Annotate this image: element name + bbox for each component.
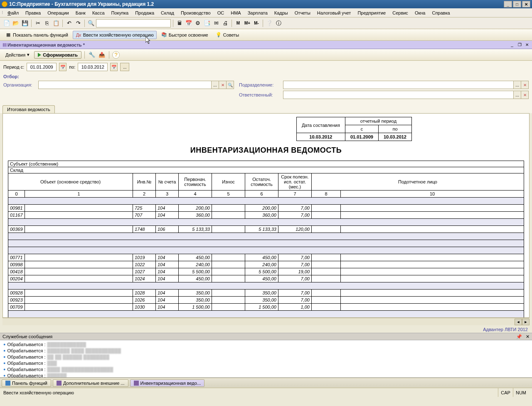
paste-icon[interactable]: 📋 — [52, 19, 60, 27]
scroll-right-button[interactable]: ► — [522, 319, 530, 325]
cut-icon[interactable]: ✂ — [34, 19, 42, 27]
col-person: Подотчетное лицо — [312, 173, 524, 191]
action-bar: Действия▾ Сформировать 🔧 📤 ? — [0, 49, 532, 61]
menu-operations[interactable]: Операции — [44, 9, 72, 17]
org-clear-button[interactable]: ✕ — [219, 81, 226, 89]
doc-close-button[interactable]: ✕ — [524, 42, 530, 48]
settings-icon[interactable]: 🔧 — [88, 51, 96, 59]
menu-staff[interactable]: Кадры — [271, 9, 291, 17]
menu-sale[interactable]: Продажа — [132, 9, 158, 17]
m-icon[interactable]: M — [234, 19, 242, 27]
dep-input[interactable] — [283, 81, 513, 89]
dep-input-wrapper: ... ✕ — [283, 81, 529, 89]
task-external[interactable]: Дополнительные внешние ... — [53, 379, 128, 387]
window-title: 1С:Предприятие - Бухгалтерия для Украины… — [9, 1, 154, 7]
table-row: 00418████████10271045 500,005 500,0019,0… — [8, 268, 524, 275]
calendar-from-button[interactable]: 📅 — [59, 63, 66, 71]
messages-close-button[interactable]: ✕ — [526, 334, 530, 339]
doc-icon[interactable]: 📑 — [203, 19, 211, 27]
redo-icon[interactable]: ↷ — [74, 19, 82, 27]
date-to-input[interactable] — [78, 63, 108, 71]
org-open-button[interactable]: 🔍 — [226, 81, 234, 89]
task-inventory[interactable]: Инвентаризационная ведо... — [130, 379, 205, 387]
export-icon[interactable]: 📤 — [98, 51, 106, 59]
menu-kassa[interactable]: Касса — [89, 9, 108, 17]
help-action-icon[interactable]: ? — [112, 51, 120, 59]
resp-input[interactable] — [283, 91, 513, 99]
search-icon[interactable]: 🔍 — [87, 19, 95, 27]
calendar-to-button[interactable]: 📅 — [110, 63, 118, 71]
menu-edit[interactable]: Правка — [22, 9, 44, 17]
footer-note: Адвантер ЛВТИ 2012 — [0, 325, 532, 333]
maximize-button[interactable]: □ — [513, 1, 521, 7]
messages-area[interactable]: ●Обрабатывается :████████████ ●Обрабатыв… — [0, 340, 532, 378]
horizontal-scrollbar[interactable]: ◄ ► — [2, 318, 530, 325]
period-from-header: с — [345, 125, 378, 133]
tips-button[interactable]: 💡Советы — [213, 31, 242, 39]
menu-windows[interactable]: Окна — [411, 9, 429, 17]
actions-dropdown[interactable]: Действия▾ — [2, 51, 32, 59]
menu-nma[interactable]: НМА — [227, 9, 244, 17]
minimize-button[interactable]: _ — [504, 1, 512, 7]
period-header: отчетный период — [345, 117, 411, 125]
enter-operation-button[interactable]: ДкВвести хозяйственную операцию — [73, 31, 157, 39]
table-row: 00369████████17481065 133,335 133,33120,… — [8, 226, 524, 233]
m-minus-icon[interactable]: M- — [252, 19, 261, 27]
message-line: ●Обрабатывается :████ ████████████████ — [3, 366, 529, 372]
col-wear: Износ — [212, 173, 245, 191]
task-icon — [57, 381, 62, 386]
print-icon[interactable]: 🖨 — [221, 19, 229, 27]
open-icon[interactable]: 📂 — [12, 19, 20, 27]
mail-icon[interactable]: ✉ — [212, 19, 220, 27]
dep-clear-button[interactable]: ✕ — [521, 81, 528, 89]
resp-select-button[interactable]: ... — [513, 91, 521, 99]
org-select-button[interactable]: ... — [211, 81, 219, 89]
period-select-button[interactable]: ... — [120, 63, 129, 71]
report-area[interactable]: Дата составленияотчетный период спо 10.0… — [2, 113, 530, 318]
new-icon[interactable]: 📄 — [2, 19, 11, 27]
group-row — [8, 198, 524, 205]
scroll-left-button[interactable]: ◄ — [515, 319, 522, 325]
tab-summary[interactable]: Итоговая ведомость — [2, 105, 55, 113]
form-button[interactable]: Сформировать — [34, 51, 81, 59]
search-input[interactable] — [96, 19, 171, 27]
info-icon[interactable]: ⓘ — [274, 19, 283, 27]
close-button[interactable]: ✕ — [522, 1, 530, 7]
menu-tax[interactable]: Налоговый учет — [314, 9, 355, 17]
tool-icon[interactable]: ⚙ — [194, 19, 202, 27]
date-from-input[interactable] — [27, 63, 57, 71]
menu-os[interactable]: ОС — [214, 9, 228, 17]
menu-bank[interactable]: Банк — [72, 9, 89, 17]
doc-restore-button[interactable]: ❐ — [516, 42, 523, 48]
help-icon[interactable]: ❔ — [265, 19, 273, 27]
copy-icon[interactable]: ⎘ — [43, 19, 51, 27]
menu-reports[interactable]: Отчеты — [291, 9, 314, 17]
menu-production[interactable]: Производство — [177, 9, 214, 17]
dep-label: Подразделение: — [239, 82, 281, 87]
message-line: ●Обрабатывается :████████████ — [3, 341, 529, 347]
messages-pin-button[interactable]: 📌 — [516, 334, 522, 339]
org-input[interactable] — [39, 81, 211, 89]
task-panel-functions[interactable]: Панель функций — [2, 379, 51, 387]
menu-file[interactable]: Файл — [4, 9, 22, 17]
menu-help[interactable]: Справка — [429, 9, 453, 17]
menu-service[interactable]: Сервис — [389, 9, 411, 17]
menu-enterprise[interactable]: Предприятие — [354, 9, 389, 17]
col-account: № счета — [156, 173, 179, 191]
menu-warehouse[interactable]: Склад — [158, 9, 177, 17]
menu-purchase[interactable]: Покупка — [108, 9, 132, 17]
quick-learn-button[interactable]: 📚Быстрое освоение — [158, 31, 211, 39]
table-row: 00923████████1026104350,00350,007,00 — [8, 297, 524, 304]
subject-label: Субъект (собственник) — [8, 161, 524, 167]
m-plus-icon[interactable]: M+ — [243, 19, 251, 27]
dep-select-button[interactable]: ... — [513, 81, 521, 89]
undo-icon[interactable]: ↶ — [65, 19, 73, 27]
calc-icon[interactable]: 🖩 — [175, 19, 184, 27]
save-icon[interactable]: 💾 — [21, 19, 29, 27]
calendar-icon[interactable]: 📅 — [185, 19, 193, 27]
menu-salary[interactable]: Зарплата — [244, 9, 271, 17]
document-titlebar: ▤ Инвентаризационная ведомость * _ ❐ ✕ — [0, 41, 532, 49]
show-panel-button[interactable]: ▦Показать панель функций — [2, 31, 71, 39]
resp-clear-button[interactable]: ✕ — [521, 91, 528, 99]
doc-minimize-button[interactable]: _ — [509, 42, 515, 48]
